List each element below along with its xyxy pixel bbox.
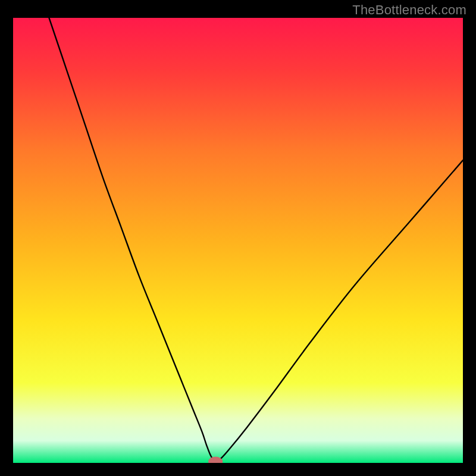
watermark-label: TheBottleneck.com [352, 2, 466, 18]
gradient-background [13, 18, 463, 463]
chart-frame: TheBottleneck.com [0, 0, 476, 476]
bottleneck-plot [13, 18, 463, 463]
chart-svg [13, 18, 463, 463]
